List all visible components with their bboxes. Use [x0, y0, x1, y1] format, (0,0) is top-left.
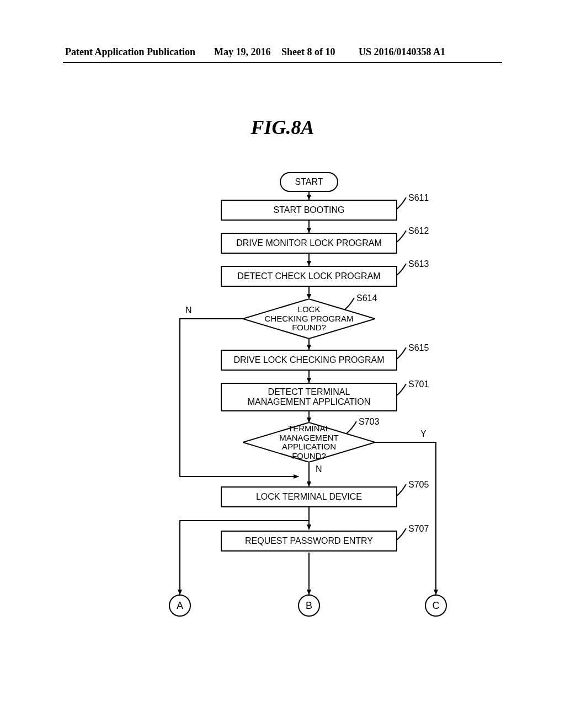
edge-label-s703-no: N [316, 464, 322, 474]
flow-step-label-s707: S707 [408, 524, 429, 534]
page-header: Patent Application Publication May 19, 2… [0, 46, 565, 60]
edge-label-s703-yes: Y [420, 429, 427, 439]
header-date: May 19, 2016 [214, 46, 271, 58]
flow-step-label-s701: S701 [408, 379, 429, 389]
flow-decision-s614-text: LOCKCHECKING PROGRAMFOUND? [243, 299, 375, 339]
flow-step-s707: REQUEST PASSWORD ENTRY [221, 531, 397, 552]
edge-label-s614-no: N [185, 306, 192, 315]
flow-decision-s614: LOCKCHECKING PROGRAMFOUND? [243, 299, 375, 339]
figure-label: FIG.8A [0, 116, 565, 139]
flow-step-label-s613: S613 [408, 259, 429, 269]
connector-a: A [169, 595, 191, 617]
flow-step-label-s703: S703 [359, 417, 379, 427]
flow-step-s615: DRIVE LOCK CHECKING PROGRAM [221, 350, 397, 371]
flow-step-s701: DETECT TERMINALMANAGEMENT APPLICATION [221, 383, 397, 411]
flow-step-s613: DETECT CHECK LOCK PROGRAM [221, 266, 397, 287]
flow-step-label-s615: S615 [408, 343, 429, 353]
flow-step-label-s705: S705 [408, 480, 429, 490]
header-publication-number: US 2016/0140358 A1 [359, 46, 445, 58]
flow-step-s611: START BOOTING [221, 200, 397, 221]
flow-start: START [280, 172, 338, 192]
flow-step-label-s612: S612 [408, 226, 429, 236]
connector-b: B [298, 595, 320, 617]
flow-step-s705: LOCK TERMINAL DEVICE [221, 486, 397, 507]
flow-step-s612: DRIVE MONITOR LOCK PROGRAM [221, 233, 397, 254]
flow-decision-s703-text: TERMINALMANAGEMENT APPLICATIONFOUND? [243, 422, 375, 462]
flow-step-label-s611: S611 [408, 193, 429, 203]
header-divider [63, 62, 502, 63]
connector-c: C [425, 595, 447, 617]
flow-decision-s703: TERMINALMANAGEMENT APPLICATIONFOUND? [243, 422, 375, 462]
header-sheet: Sheet 8 of 10 [281, 46, 335, 58]
flowchart: START START BOOTING S611 DRIVE MONITOR L… [0, 165, 565, 640]
flow-step-label-s614: S614 [356, 293, 377, 303]
header-publication-type: Patent Application Publication [65, 46, 195, 58]
